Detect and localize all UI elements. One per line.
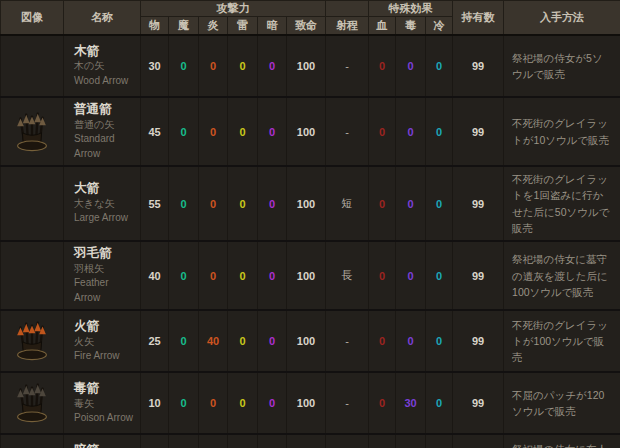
header-magic: 魔	[169, 17, 199, 36]
table-body: 木箭 木の矢 Wood Arrow 30 0 0 0 0 100 - 0 0 0…	[1, 35, 620, 448]
table-row: 大箭 大きな矢 Large Arrow 55 0 0 0 0 100 短 0 0…	[1, 166, 620, 241]
stat-bleed: 0	[369, 97, 396, 166]
range-header-spacer	[326, 1, 369, 17]
stat-dark: 0	[258, 97, 287, 166]
item-image-cell	[1, 166, 64, 241]
stat-range: -	[326, 97, 369, 166]
item-name-cell: 暗箭 闇の矢 Dark Arrow	[64, 434, 141, 448]
stat-critical: 100	[287, 166, 326, 241]
item-name-jp: 普通の矢	[74, 118, 134, 133]
stat-lightning: 0	[228, 241, 258, 310]
stat-frost: 0	[426, 97, 453, 166]
table-row: 羽毛箭 羽根矢 Feather Arrow 40 0 0 0 0 100 長 0…	[1, 241, 620, 310]
stat-bleed: 0	[369, 241, 396, 310]
stat-bleed: 0	[369, 310, 396, 372]
item-name-jp: 羽根矢	[74, 262, 134, 277]
item-name-en: Fire Arrow	[74, 349, 134, 364]
table-row: 毒箭 毒矢 Poison Arrow 10 0 0 0 0 100 - 0 30…	[1, 372, 620, 434]
stat-magic: 0	[169, 35, 199, 97]
stat-poison: 0	[396, 310, 426, 372]
stat-magic: 0	[169, 434, 199, 448]
item-method: 不死街のグレイラットが10ソウルで販売	[504, 97, 620, 166]
stat-range: -	[326, 310, 369, 372]
header-image: 図像	[1, 1, 64, 36]
item-name-cn: 大箭	[74, 181, 134, 197]
stat-fire: 40	[199, 310, 228, 372]
stat-fire: 0	[199, 166, 228, 241]
arrow-bundle-icon	[9, 316, 55, 362]
stat-lightning: 0	[228, 35, 258, 97]
stat-fire: 0	[199, 434, 228, 448]
stat-critical: 100	[287, 434, 326, 448]
item-name-en: Large Arrow	[74, 211, 134, 226]
item-method: 不死街のグレイラットを1回盗みに行かせた后に50ソウルで販売	[504, 166, 620, 241]
stat-physical: 0	[141, 434, 169, 448]
stat-frost: 0	[426, 35, 453, 97]
item-name-cell: 木箭 木の矢 Wood Arrow	[64, 35, 141, 97]
stat-physical: 45	[141, 97, 169, 166]
item-method: 不死街のグレイラットが100ソウルで販売	[504, 310, 620, 372]
item-name-jp: 木の矢	[74, 59, 134, 74]
stat-physical: 25	[141, 310, 169, 372]
stat-physical: 10	[141, 372, 169, 434]
item-name-cn: 毒箭	[74, 381, 134, 397]
table-row: 普通箭 普通の矢 Standard Arrow 45 0 0 0 0 100 -…	[1, 97, 620, 166]
item-method: 祭祀場の侍女に东人の遺灰を渡した后に200ソウルで販売	[504, 434, 620, 448]
stat-held: 99	[453, 434, 504, 448]
stat-critical: 100	[287, 310, 326, 372]
header-range: 射程	[326, 17, 369, 36]
header-held: 持有数	[453, 1, 504, 36]
item-image-cell	[1, 241, 64, 310]
item-name-en: Poison Arrow	[74, 411, 134, 426]
item-image-cell	[1, 434, 64, 448]
stat-magic: 0	[169, 372, 199, 434]
header-attack-group: 攻撃力	[141, 1, 326, 17]
item-name-cell: 大箭 大きな矢 Large Arrow	[64, 166, 141, 241]
item-image-cell	[1, 97, 64, 166]
stat-dark: 0	[258, 372, 287, 434]
header-dark: 暗	[258, 17, 287, 36]
stat-range: 短	[326, 166, 369, 241]
item-name-cn: 羽毛箭	[74, 246, 134, 262]
stat-critical: 100	[287, 241, 326, 310]
item-method: 不屈のパッチが120ソウルで販売	[504, 372, 620, 434]
item-name-cell: 普通箭 普通の矢 Standard Arrow	[64, 97, 141, 166]
stat-poison: 0	[396, 434, 426, 448]
stat-frost: 0	[426, 372, 453, 434]
item-image-cell	[1, 35, 64, 97]
stat-dark: 65	[258, 434, 287, 448]
header-special-group: 特殊効果	[369, 1, 453, 17]
item-method: 祭祀場の侍女に墓守の遺灰を渡した后に100ソウルで販売	[504, 241, 620, 310]
stat-fire: 0	[199, 35, 228, 97]
stat-held: 99	[453, 97, 504, 166]
stat-frost: 0	[426, 241, 453, 310]
item-image-cell	[1, 310, 64, 372]
stat-fire: 0	[199, 97, 228, 166]
items-table: 図像 名称 攻撃力 特殊効果 持有数 入手方法 物 魔 炎 雷 暗 致命 射程 …	[0, 0, 620, 448]
stat-frost: 0	[426, 166, 453, 241]
item-name-cn: 木箭	[74, 44, 134, 60]
stat-magic: 0	[169, 310, 199, 372]
header-lightning: 雷	[228, 17, 258, 36]
stat-fire: 0	[199, 241, 228, 310]
stat-range: -	[326, 434, 369, 448]
stat-frost: 0	[426, 434, 453, 448]
stat-lightning: 0	[228, 434, 258, 448]
item-name-en: Feather Arrow	[74, 276, 134, 305]
item-name-cell: 火箭 火矢 Fire Arrow	[64, 310, 141, 372]
header-frost: 冷	[426, 17, 453, 36]
item-name-jp: 火矢	[74, 335, 134, 350]
stat-magic: 0	[169, 97, 199, 166]
header-physical: 物	[141, 17, 169, 36]
stat-poison: 30	[396, 372, 426, 434]
header-name: 名称	[64, 1, 141, 36]
stat-poison: 0	[396, 166, 426, 241]
stat-bleed: 0	[369, 372, 396, 434]
stat-bleed: 0	[369, 166, 396, 241]
stat-poison: 0	[396, 97, 426, 166]
stat-lightning: 0	[228, 310, 258, 372]
item-name-cn: 火箭	[74, 319, 134, 335]
stat-held: 99	[453, 310, 504, 372]
stat-fire: 0	[199, 372, 228, 434]
stat-poison: 0	[396, 241, 426, 310]
